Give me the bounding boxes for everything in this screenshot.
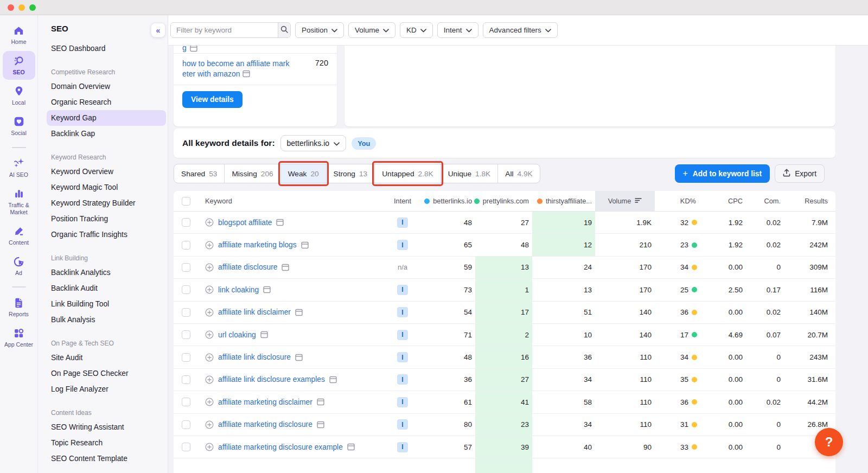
keyword-link[interactable]: affiliate marketing disclosure example xyxy=(218,443,343,451)
zoom-window-button[interactable] xyxy=(29,4,36,11)
filter-dropdown-volume[interactable]: Volume xyxy=(348,22,395,38)
filter-dropdown-kd[interactable]: KD xyxy=(400,22,433,38)
col-header-cpc[interactable]: CPC xyxy=(699,191,746,211)
expand-icon[interactable] xyxy=(205,308,214,317)
col-header-kd[interactable]: KD% xyxy=(655,191,699,211)
rail-item-home[interactable]: Home xyxy=(3,21,35,49)
tab-shared[interactable]: Shared 53 xyxy=(174,164,224,183)
keyword-link[interactable]: affiliate link disclosure examples xyxy=(218,375,325,383)
sidebar-item-seo-content-template[interactable]: SEO Content Template xyxy=(51,451,168,466)
serp-icon[interactable] xyxy=(295,354,303,361)
keyword-link[interactable]: affiliate disclosure xyxy=(218,263,277,271)
filter-dropdown-advanced-filters[interactable]: Advanced filters xyxy=(483,22,558,38)
sidebar-item-organic-research[interactable]: Organic Research xyxy=(51,94,168,110)
keyword-link[interactable]: affiliate marketing disclaimer xyxy=(218,398,312,406)
row-checkbox[interactable] xyxy=(182,308,190,317)
row-checkbox[interactable] xyxy=(182,263,190,272)
keyword-link[interactable]: affiliate link disclaimer xyxy=(218,308,291,316)
sidebar-item-domain-overview[interactable]: Domain Overview xyxy=(51,79,168,94)
serp-icon[interactable] xyxy=(282,264,289,271)
row-checkbox[interactable] xyxy=(182,241,190,250)
col-header-thirstyaffiliate[interactable]: thirstyaffiliate... xyxy=(532,191,595,211)
select-all-checkbox[interactable] xyxy=(182,197,190,206)
sidebar-item-backlink-gap[interactable]: Backlink Gap xyxy=(51,126,168,142)
clipped-keyword-link[interactable]: g xyxy=(182,46,187,52)
rail-item-local[interactable]: Local xyxy=(3,81,35,110)
expand-icon[interactable] xyxy=(205,398,214,406)
rail-item-reports[interactable]: Reports xyxy=(3,293,35,322)
sidebar-item-keyword-magic-tool[interactable]: Keyword Magic Tool xyxy=(51,180,168,195)
expand-icon[interactable] xyxy=(205,218,214,227)
tab-missing[interactable]: Missing 206 xyxy=(224,164,280,183)
serp-icon[interactable] xyxy=(276,219,284,226)
row-checkbox[interactable] xyxy=(182,443,190,451)
tab-all[interactable]: All 4.9K xyxy=(497,164,539,183)
keyword-link[interactable]: url cloaking xyxy=(218,331,256,339)
sidebar-item-organic-traffic-insights[interactable]: Organic Traffic Insights xyxy=(51,227,168,242)
expand-icon[interactable] xyxy=(205,263,214,272)
rail-item-traffic-market[interactable]: Traffic & Market xyxy=(3,184,35,220)
sidebar-collapse-button[interactable]: « xyxy=(151,23,165,37)
tab-unique[interactable]: Unique 1.8K xyxy=(441,164,498,183)
rail-item-ai-seo[interactable]: AI SEO xyxy=(3,154,35,182)
expand-icon[interactable] xyxy=(205,443,214,451)
col-header-results[interactable]: Results xyxy=(784,191,835,211)
serp-icon[interactable] xyxy=(317,398,324,406)
rail-item-ad[interactable]: Ad xyxy=(3,252,35,280)
expand-icon[interactable] xyxy=(205,241,214,250)
row-checkbox[interactable] xyxy=(182,375,190,384)
serp-icon[interactable] xyxy=(190,46,197,52)
expand-icon[interactable] xyxy=(205,285,214,294)
preview-keyword-link[interactable]: how to become an affiliate marketer with… xyxy=(182,59,293,79)
sidebar-item-keyword-overview[interactable]: Keyword Overview xyxy=(51,164,168,180)
serp-icon[interactable] xyxy=(260,331,268,338)
close-window-button[interactable] xyxy=(8,4,14,11)
tab-untapped[interactable]: Untapped 2.8K xyxy=(374,164,441,183)
serp-icon[interactable] xyxy=(242,70,250,78)
col-header-com[interactable]: Com. xyxy=(746,191,784,211)
sidebar-item-log-file-analyzer[interactable]: Log File Analyzer xyxy=(51,381,168,397)
serp-icon[interactable] xyxy=(317,421,324,429)
domain-selector[interactable]: betterlinks.io xyxy=(280,135,347,151)
export-button[interactable]: Export xyxy=(775,164,825,183)
rail-item-app-center[interactable]: App Center xyxy=(3,323,35,352)
expand-icon[interactable] xyxy=(205,375,214,384)
sidebar-item-position-tracking[interactable]: Position Tracking xyxy=(51,211,168,227)
sidebar-item-on-page-seo-checker[interactable]: On Page SEO Checker xyxy=(51,366,168,381)
row-checkbox[interactable] xyxy=(182,398,190,406)
serp-icon[interactable] xyxy=(347,443,355,451)
serp-icon[interactable] xyxy=(329,376,337,383)
keyword-link[interactable]: affiliate link disclosure xyxy=(218,353,291,361)
expand-icon[interactable] xyxy=(205,330,214,339)
col-header-intent[interactable]: Intent xyxy=(379,191,426,211)
sidebar-item-seo-dashboard[interactable]: SEO Dashboard xyxy=(51,41,168,56)
tab-strong[interactable]: Strong 13 xyxy=(326,164,375,183)
row-checkbox[interactable] xyxy=(182,285,190,294)
col-header-betterlinks[interactable]: betterlinks.io xyxy=(426,191,475,211)
sidebar-item-bulk-analysis[interactable]: Bulk Analysis xyxy=(51,312,168,328)
serp-icon[interactable] xyxy=(301,241,309,249)
tab-weak[interactable]: Weak 20 xyxy=(280,164,326,183)
sidebar-item-topic-research[interactable]: Topic Research xyxy=(51,435,168,451)
rail-item-social[interactable]: Social xyxy=(3,112,35,140)
sidebar-item-keyword-gap[interactable]: Keyword Gap xyxy=(47,110,166,126)
minimize-window-button[interactable] xyxy=(18,4,25,11)
sidebar-item-seo-writing-assistant[interactable]: SEO Writing Assistant xyxy=(51,419,168,435)
row-checkbox[interactable] xyxy=(182,353,190,362)
row-checkbox[interactable] xyxy=(182,330,190,339)
row-checkbox[interactable] xyxy=(182,218,190,227)
keyword-link[interactable]: blogspot affiliate xyxy=(218,219,272,227)
filter-dropdown-intent[interactable]: Intent xyxy=(437,22,478,38)
sidebar-item-backlink-analytics[interactable]: Backlink Analytics xyxy=(51,265,168,280)
col-header-volume[interactable]: Volume xyxy=(595,191,655,211)
keyword-link[interactable]: link cloaking xyxy=(218,286,259,294)
view-details-button[interactable]: View details xyxy=(182,91,242,108)
col-header-prettylinks[interactable]: prettylinks.com xyxy=(475,191,532,211)
sidebar-item-link-building-tool[interactable]: Link Building Tool xyxy=(51,296,168,312)
help-button[interactable]: ? xyxy=(815,428,843,456)
add-to-keyword-list-button[interactable]: + Add to keyword list xyxy=(675,164,770,183)
rail-item-content[interactable]: Content xyxy=(3,221,35,250)
expand-icon[interactable] xyxy=(205,353,214,362)
sidebar-item-keyword-strategy-builder[interactable]: Keyword Strategy Builder xyxy=(51,195,168,211)
rail-item-seo[interactable]: SEO xyxy=(3,51,35,80)
